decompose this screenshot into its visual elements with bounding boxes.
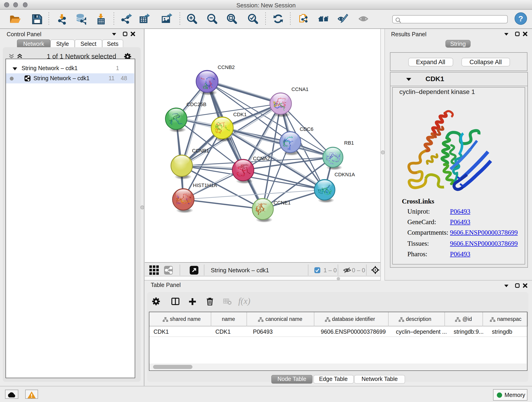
svg-text:CCNB2: CCNB2 xyxy=(218,64,235,70)
svg-text:CDKN1A: CDKN1A xyxy=(335,172,355,177)
svg-text:CDC6: CDC6 xyxy=(300,126,313,132)
svg-text:CDK1: CDK1 xyxy=(233,112,247,117)
svg-text:CCNA1: CCNA1 xyxy=(291,86,309,92)
svg-text:CCNA2: CCNA2 xyxy=(253,156,270,161)
svg-text:HIST1H1A: HIST1H1A xyxy=(193,182,217,188)
svg-text:CCNB1: CCNB1 xyxy=(192,148,209,153)
svg-text:RB1: RB1 xyxy=(344,140,354,146)
svg-text:?: ? xyxy=(519,14,523,23)
svg-text:CCNE1: CCNE1 xyxy=(273,200,291,206)
svg-text:CDC25B: CDC25B xyxy=(186,102,206,107)
